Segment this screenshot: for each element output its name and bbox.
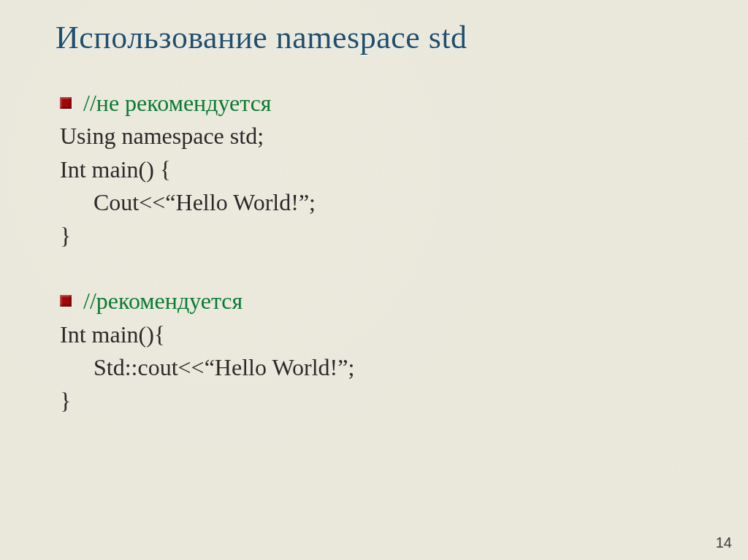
slide: Использование namespace std //не рекомен… — [0, 0, 748, 560]
bullet-item-recommended: //рекомендуется — [60, 285, 695, 318]
code-line: Int main(){ — [60, 318, 695, 351]
code-line: Int main() { — [60, 153, 695, 186]
page-number: 14 — [716, 534, 732, 551]
slide-body: //не рекомендуется Using namespace std; … — [53, 87, 695, 418]
code-line: } — [60, 385, 695, 418]
square-bullet-icon — [60, 295, 72, 307]
comment-not-recommended: //не рекомендуется — [83, 87, 272, 120]
code-line: Std::cout<<“Hello World!”; — [94, 351, 695, 384]
square-bullet-icon — [60, 97, 72, 109]
slide-title: Использование namespace std — [56, 19, 695, 56]
code-line: Cout<<“Hello World!”; — [94, 186, 695, 219]
code-line: Using namespace std; — [60, 120, 695, 153]
comment-recommended: //рекомендуется — [83, 285, 243, 318]
code-line: } — [60, 220, 695, 253]
bullet-item-not-recommended: //не рекомендуется — [60, 87, 695, 120]
spacer — [53, 253, 695, 285]
